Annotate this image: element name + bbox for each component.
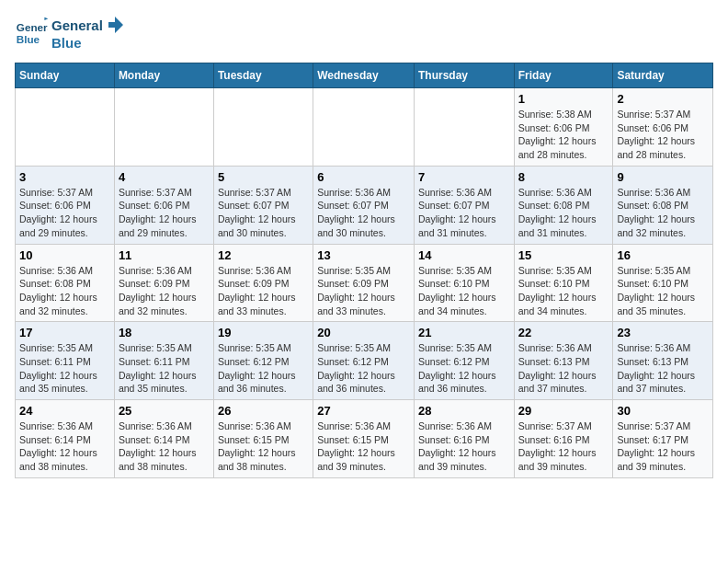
day-info: Sunrise: 5:37 AM Sunset: 6:06 PM Dayligh… (19, 186, 110, 240)
day-info: Sunrise: 5:36 AM Sunset: 6:07 PM Dayligh… (317, 186, 410, 240)
week-row-5: 24Sunrise: 5:36 AM Sunset: 6:14 PM Dayli… (16, 400, 713, 478)
calendar-cell: 23Sunrise: 5:36 AM Sunset: 6:13 PM Dayli… (613, 322, 713, 400)
day-info: Sunrise: 5:35 AM Sunset: 6:12 PM Dayligh… (218, 341, 309, 396)
week-row-4: 17Sunrise: 5:35 AM Sunset: 6:11 PM Dayli… (16, 322, 713, 400)
page-header: General Blue General Blue (15, 15, 713, 52)
calendar-cell: 19Sunrise: 5:35 AM Sunset: 6:12 PM Dayli… (213, 322, 313, 400)
svg-text:General: General (17, 21, 48, 33)
day-number: 9 (617, 170, 709, 184)
day-info: Sunrise: 5:36 AM Sunset: 6:14 PM Dayligh… (119, 419, 210, 474)
calendar-cell: 12Sunrise: 5:36 AM Sunset: 6:09 PM Dayli… (213, 244, 313, 322)
logo-icon: General Blue (15, 17, 48, 50)
day-number: 3 (19, 170, 110, 184)
day-number: 2 (617, 92, 709, 106)
day-info: Sunrise: 5:37 AM Sunset: 6:17 PM Dayligh… (617, 419, 709, 474)
calendar-table: SundayMondayTuesdayWednesdayThursdayFrid… (15, 63, 713, 478)
svg-marker-3 (108, 17, 123, 33)
calendar-cell: 25Sunrise: 5:36 AM Sunset: 6:14 PM Dayli… (114, 400, 213, 478)
day-info: Sunrise: 5:36 AM Sunset: 6:09 PM Dayligh… (119, 264, 210, 318)
header-day-friday: Friday (514, 63, 613, 88)
header-day-monday: Monday (114, 63, 213, 88)
day-info: Sunrise: 5:35 AM Sunset: 6:12 PM Dayligh… (317, 341, 410, 396)
calendar-cell: 18Sunrise: 5:35 AM Sunset: 6:11 PM Dayli… (114, 322, 213, 400)
day-info: Sunrise: 5:36 AM Sunset: 6:16 PM Dayligh… (418, 419, 510, 474)
logo-blue: Blue (51, 35, 82, 51)
day-number: 24 (19, 404, 110, 418)
day-number: 16 (617, 248, 709, 262)
calendar-cell: 7Sunrise: 5:36 AM Sunset: 6:07 PM Daylig… (414, 166, 514, 244)
day-info: Sunrise: 5:37 AM Sunset: 6:06 PM Dayligh… (119, 186, 210, 240)
day-number: 20 (317, 326, 410, 339)
calendar-cell: 11Sunrise: 5:36 AM Sunset: 6:09 PM Dayli… (114, 244, 213, 322)
calendar-cell: 8Sunrise: 5:36 AM Sunset: 6:08 PM Daylig… (514, 166, 613, 244)
day-number: 28 (418, 404, 510, 418)
logo-arrow-icon (105, 15, 125, 35)
day-info: Sunrise: 5:36 AM Sunset: 6:07 PM Dayligh… (418, 186, 510, 240)
day-info: Sunrise: 5:35 AM Sunset: 6:11 PM Dayligh… (19, 341, 110, 396)
calendar-cell: 5Sunrise: 5:37 AM Sunset: 6:07 PM Daylig… (213, 166, 313, 244)
calendar-cell: 13Sunrise: 5:35 AM Sunset: 6:09 PM Dayli… (313, 244, 415, 322)
header-day-saturday: Saturday (613, 63, 713, 88)
calendar-cell: 14Sunrise: 5:35 AM Sunset: 6:10 PM Dayli… (414, 244, 514, 322)
day-info: Sunrise: 5:37 AM Sunset: 6:06 PM Dayligh… (617, 108, 709, 162)
calendar-cell: 16Sunrise: 5:35 AM Sunset: 6:10 PM Dayli… (613, 244, 713, 322)
calendar-cell: 10Sunrise: 5:36 AM Sunset: 6:08 PM Dayli… (16, 244, 115, 322)
day-info: Sunrise: 5:36 AM Sunset: 6:15 PM Dayligh… (218, 419, 309, 474)
day-info: Sunrise: 5:35 AM Sunset: 6:12 PM Dayligh… (418, 341, 510, 396)
day-number: 10 (19, 248, 110, 262)
calendar-cell (213, 88, 313, 167)
header-day-thursday: Thursday (414, 63, 514, 88)
day-number: 17 (19, 326, 110, 339)
day-info: Sunrise: 5:36 AM Sunset: 6:15 PM Dayligh… (317, 419, 410, 474)
calendar-cell (114, 88, 213, 167)
day-number: 23 (617, 326, 709, 339)
svg-text:Blue: Blue (17, 33, 40, 45)
week-row-2: 3Sunrise: 5:37 AM Sunset: 6:06 PM Daylig… (16, 166, 713, 244)
day-number: 26 (218, 404, 309, 418)
calendar-cell (313, 88, 415, 167)
week-row-3: 10Sunrise: 5:36 AM Sunset: 6:08 PM Dayli… (16, 244, 713, 322)
day-number: 22 (518, 326, 609, 339)
header-day-tuesday: Tuesday (213, 63, 313, 88)
calendar-cell: 3Sunrise: 5:37 AM Sunset: 6:06 PM Daylig… (16, 166, 115, 244)
day-info: Sunrise: 5:35 AM Sunset: 6:10 PM Dayligh… (518, 264, 609, 318)
day-number: 15 (518, 248, 609, 262)
header-day-wednesday: Wednesday (313, 63, 415, 88)
day-info: Sunrise: 5:36 AM Sunset: 6:08 PM Dayligh… (518, 186, 609, 240)
day-number: 14 (418, 248, 510, 262)
calendar-cell: 6Sunrise: 5:36 AM Sunset: 6:07 PM Daylig… (313, 166, 415, 244)
day-number: 18 (119, 326, 210, 339)
day-number: 13 (317, 248, 410, 262)
day-info: Sunrise: 5:35 AM Sunset: 6:09 PM Dayligh… (317, 264, 410, 318)
calendar-cell: 15Sunrise: 5:35 AM Sunset: 6:10 PM Dayli… (514, 244, 613, 322)
calendar-cell: 26Sunrise: 5:36 AM Sunset: 6:15 PM Dayli… (213, 400, 313, 478)
week-row-1: 1Sunrise: 5:38 AM Sunset: 6:06 PM Daylig… (16, 88, 713, 167)
day-info: Sunrise: 5:36 AM Sunset: 6:13 PM Dayligh… (617, 341, 709, 396)
calendar-cell (16, 88, 115, 167)
day-number: 25 (119, 404, 210, 418)
day-info: Sunrise: 5:36 AM Sunset: 6:08 PM Dayligh… (19, 264, 110, 318)
day-info: Sunrise: 5:35 AM Sunset: 6:10 PM Dayligh… (418, 264, 510, 318)
logo: General Blue General Blue (15, 15, 125, 52)
day-info: Sunrise: 5:36 AM Sunset: 6:14 PM Dayligh… (19, 419, 110, 474)
calendar-cell: 17Sunrise: 5:35 AM Sunset: 6:11 PM Dayli… (16, 322, 115, 400)
day-info: Sunrise: 5:36 AM Sunset: 6:08 PM Dayligh… (617, 186, 709, 240)
day-number: 12 (218, 248, 309, 262)
day-info: Sunrise: 5:35 AM Sunset: 6:10 PM Dayligh… (617, 264, 709, 318)
header-day-sunday: Sunday (16, 63, 115, 88)
day-info: Sunrise: 5:36 AM Sunset: 6:13 PM Dayligh… (518, 341, 609, 396)
day-number: 11 (119, 248, 210, 262)
day-number: 30 (617, 404, 709, 418)
day-number: 1 (518, 92, 609, 106)
day-number: 5 (218, 170, 309, 184)
svg-marker-2 (44, 17, 48, 20)
day-number: 27 (317, 404, 410, 418)
day-info: Sunrise: 5:38 AM Sunset: 6:06 PM Dayligh… (518, 108, 609, 162)
calendar-cell: 2Sunrise: 5:37 AM Sunset: 6:06 PM Daylig… (613, 88, 713, 167)
day-number: 21 (418, 326, 510, 339)
calendar-cell: 22Sunrise: 5:36 AM Sunset: 6:13 PM Dayli… (514, 322, 613, 400)
calendar-cell: 21Sunrise: 5:35 AM Sunset: 6:12 PM Dayli… (414, 322, 514, 400)
day-number: 6 (317, 170, 410, 184)
calendar-cell: 30Sunrise: 5:37 AM Sunset: 6:17 PM Dayli… (613, 400, 713, 478)
day-info: Sunrise: 5:36 AM Sunset: 6:09 PM Dayligh… (218, 264, 309, 318)
